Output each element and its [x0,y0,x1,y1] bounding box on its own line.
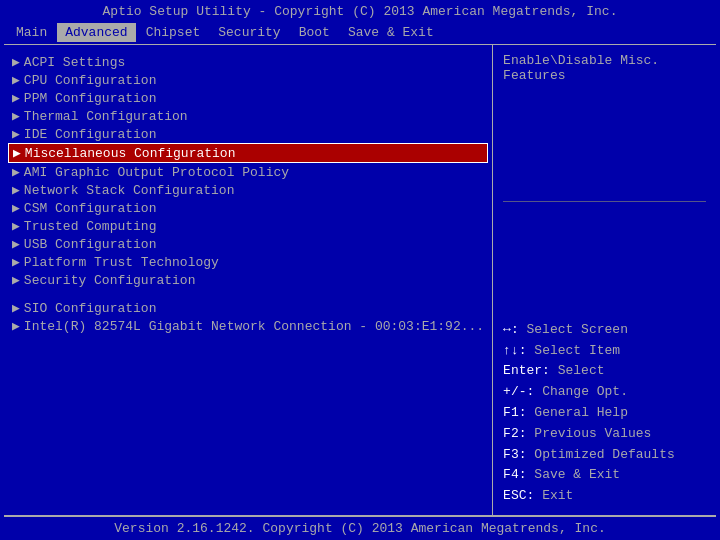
help-text: Enable\Disable Misc. Features [503,53,706,83]
menu-entry-csm-configuration[interactable]: ▶ CSM Configuration [8,199,488,217]
left-panel: ▶ ACPI Settings▶ CPU Configuration▶ PPM … [4,45,493,515]
key-line: F3: Optimized Defaults [503,445,706,466]
entry-label: Security Configuration [24,273,196,288]
entry-arrow-icon: ▶ [13,145,21,161]
entry-arrow-icon: ▶ [12,236,20,252]
menu-entry-ppm-configuration[interactable]: ▶ PPM Configuration [8,89,488,107]
menu-entry-network-stack-configuration[interactable]: ▶ Network Stack Configuration [8,181,488,199]
entry-arrow-icon: ▶ [12,318,20,334]
entry-label: ACPI Settings [24,55,125,70]
menu-spacer [8,289,488,299]
key-name: ESC: [503,488,542,503]
key-line: F4: Save & Exit [503,465,706,486]
key-line: ESC: Exit [503,486,706,507]
menu-item-boot[interactable]: Boot [291,23,338,42]
key-name: +/-: [503,384,542,399]
key-line: ↑↓: Select Item [503,341,706,362]
entry-arrow-icon: ▶ [12,72,20,88]
entry-label: Platform Trust Technology [24,255,219,270]
separator [503,201,706,202]
entry-arrow-icon: ▶ [12,182,20,198]
entry-label: Intel(R) 82574L Gigabit Network Connecti… [24,319,484,334]
entry-arrow-icon: ▶ [12,108,20,124]
menu-item-security[interactable]: Security [210,23,288,42]
entry-label: CPU Configuration [24,73,157,88]
right-panel: Enable\Disable Misc. Features ↔: Select … [493,45,716,515]
footer: Version 2.16.1242. Copyright (C) 2013 Am… [4,516,716,540]
menu-entry-ami-graphic-output-protocol-policy[interactable]: ▶ AMI Graphic Output Protocol Policy [8,163,488,181]
key-name: Enter: [503,363,558,378]
menu-item-advanced[interactable]: Advanced [57,23,135,42]
menu-entry-intelr-82574l-gigabit-network-connection[interactable]: ▶ Intel(R) 82574L Gigabit Network Connec… [8,317,488,335]
menu-item-chipset[interactable]: Chipset [138,23,209,42]
entry-arrow-icon: ▶ [12,272,20,288]
title-bar: Aptio Setup Utility - Copyright (C) 2013… [0,0,720,21]
key-line: +/-: Change Opt. [503,382,706,403]
title-text: Aptio Setup Utility - Copyright (C) 2013… [103,4,618,19]
entry-arrow-icon: ▶ [12,90,20,106]
key-desc: Change Opt. [542,384,628,399]
entry-arrow-icon: ▶ [12,300,20,316]
entry-label: PPM Configuration [24,91,157,106]
entry-label: AMI Graphic Output Protocol Policy [24,165,289,180]
entry-label: USB Configuration [24,237,157,252]
entry-label: IDE Configuration [24,127,157,142]
menu-item-main[interactable]: Main [8,23,55,42]
key-name: F1: [503,405,534,420]
entry-label: CSM Configuration [24,201,157,216]
entry-arrow-icon: ▶ [12,54,20,70]
menu-entry-platform-trust-technology[interactable]: ▶ Platform Trust Technology [8,253,488,271]
entry-arrow-icon: ▶ [12,200,20,216]
key-desc: Select [558,363,605,378]
entry-arrow-icon: ▶ [12,164,20,180]
key-name: ↑↓: [503,343,534,358]
key-name: F2: [503,426,534,441]
key-desc: Select Item [534,343,620,358]
menu-entry-thermal-configuration[interactable]: ▶ Thermal Configuration [8,107,488,125]
key-line: F2: Previous Values [503,424,706,445]
key-desc: Exit [542,488,573,503]
entry-arrow-icon: ▶ [12,126,20,142]
key-desc: Select Screen [527,322,628,337]
key-help: ↔: Select Screen↑↓: Select ItemEnter: Se… [503,320,706,507]
entry-arrow-icon: ▶ [12,254,20,270]
menu-bar: MainAdvancedChipsetSecurityBootSave & Ex… [0,21,720,44]
key-desc: Previous Values [534,426,651,441]
entry-label: Miscellaneous Configuration [25,146,236,161]
key-line: ↔: Select Screen [503,320,706,341]
menu-entry-sio-configuration[interactable]: ▶ SIO Configuration [8,299,488,317]
menu-entry-cpu-configuration[interactable]: ▶ CPU Configuration [8,71,488,89]
bios-screen: Aptio Setup Utility - Copyright (C) 2013… [0,0,720,540]
menu-entry-trusted-computing[interactable]: ▶ Trusted Computing [8,217,488,235]
entry-label: SIO Configuration [24,301,157,316]
entry-arrow-icon: ▶ [12,218,20,234]
entry-label: Trusted Computing [24,219,157,234]
key-name: ↔: [503,322,526,337]
key-desc: Optimized Defaults [534,447,674,462]
menu-entry-acpi-settings[interactable]: ▶ ACPI Settings [8,53,488,71]
menu-entry-ide-configuration[interactable]: ▶ IDE Configuration [8,125,488,143]
key-name: F4: [503,467,534,482]
footer-text: Version 2.16.1242. Copyright (C) 2013 Am… [114,521,605,536]
key-desc: Save & Exit [534,467,620,482]
key-line: F1: General Help [503,403,706,424]
menu-entry-usb-configuration[interactable]: ▶ USB Configuration [8,235,488,253]
menu-entry-security-configuration[interactable]: ▶ Security Configuration [8,271,488,289]
menu-item-save--exit[interactable]: Save & Exit [340,23,442,42]
entry-label: Thermal Configuration [24,109,188,124]
entry-label: Network Stack Configuration [24,183,235,198]
key-name: F3: [503,447,534,462]
key-line: Enter: Select [503,361,706,382]
content-area: ▶ ACPI Settings▶ CPU Configuration▶ PPM … [4,44,716,516]
menu-entry-miscellaneous-configuration[interactable]: ▶ Miscellaneous Configuration [8,143,488,163]
key-desc: General Help [534,405,628,420]
